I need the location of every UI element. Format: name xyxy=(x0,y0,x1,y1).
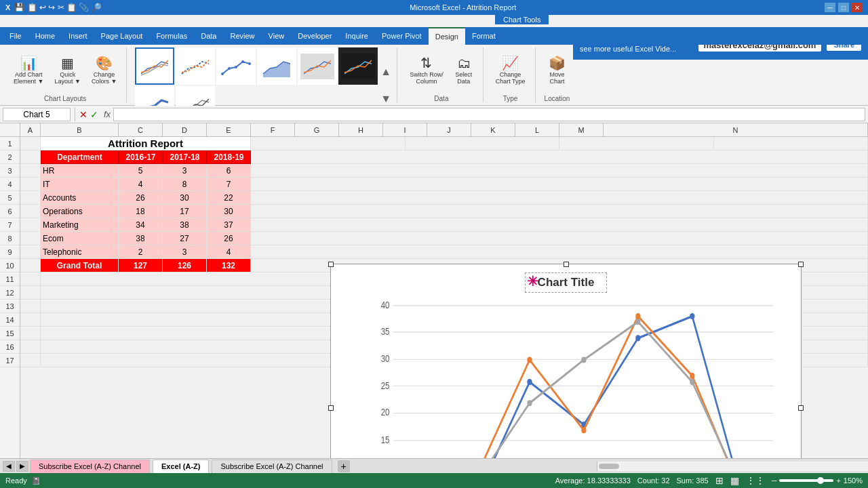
cell-b7[interactable]: Marketing xyxy=(41,218,119,232)
cell-g1[interactable] xyxy=(406,137,560,150)
h-scrollbar[interactable] xyxy=(597,462,868,471)
col-header-l[interactable]: L xyxy=(515,123,559,136)
cell-a4[interactable] xyxy=(20,178,41,191)
cell-b1-title[interactable]: Attrition Report xyxy=(41,137,251,150)
col-header-c[interactable]: C xyxy=(119,123,163,136)
row-num-2[interactable]: 2 xyxy=(0,150,20,164)
col-header-n[interactable]: N xyxy=(604,123,868,136)
cell-c3[interactable]: 5 xyxy=(119,164,163,178)
row-num-16[interactable]: 16 xyxy=(0,340,20,354)
cell-a15[interactable] xyxy=(20,327,41,340)
cell-a5[interactable] xyxy=(20,191,41,205)
cell-e5[interactable]: 22 xyxy=(207,191,251,205)
cell-b2-header[interactable]: Department xyxy=(41,150,119,164)
tab-format[interactable]: Format xyxy=(465,27,502,45)
cell-c10-grand-total[interactable]: 127 xyxy=(119,259,163,272)
cell-d8[interactable]: 27 xyxy=(163,232,207,245)
row-num-11[interactable]: 11 xyxy=(0,272,20,286)
tab-home[interactable]: Home xyxy=(28,27,62,45)
cell-a10[interactable] xyxy=(20,259,41,272)
cell-a13[interactable] xyxy=(20,300,41,313)
cell-c2-header[interactable]: 2016-17 xyxy=(119,150,163,164)
row-num-10[interactable]: 10 xyxy=(0,259,20,272)
chart-style-6[interactable] xyxy=(338,47,378,85)
cell-i1[interactable] xyxy=(714,137,869,150)
quick-layout-button[interactable]: ▦ QuickLayout ▼ xyxy=(50,54,84,87)
row-num-17[interactable]: 17 xyxy=(0,354,20,367)
close-button[interactable]: ✕ xyxy=(852,3,863,12)
row-num-9[interactable]: 9 xyxy=(0,245,20,259)
zoom-in-button[interactable]: + xyxy=(836,476,840,485)
confirm-formula-icon[interactable]: ✓ xyxy=(90,109,98,120)
cell-a7[interactable] xyxy=(20,218,41,232)
chart-style-2[interactable] xyxy=(176,47,215,85)
view-layout-icon[interactable]: ▦ xyxy=(730,475,739,486)
chart-style-3[interactable] xyxy=(216,47,256,85)
col-header-e[interactable]: E xyxy=(207,123,251,136)
cell-e6[interactable]: 30 xyxy=(207,205,251,218)
change-colors-button[interactable]: 🎨 ChangeColors ▼ xyxy=(87,54,121,87)
change-chart-type-button[interactable]: 📈 ChangeChart Type xyxy=(492,54,530,87)
cell-e8[interactable]: 26 xyxy=(207,232,251,245)
chart-styles-scroll-down[interactable]: ▼ xyxy=(380,93,391,105)
cell-a16[interactable] xyxy=(20,340,41,354)
row-num-15[interactable]: 15 xyxy=(0,327,20,340)
sheet-tab-excel[interactable]: Excel (A-Z) xyxy=(153,460,209,473)
cell-rest-r4[interactable] xyxy=(251,178,868,191)
cell-d10-grand-total[interactable]: 126 xyxy=(163,259,207,272)
chart-overlay[interactable]: ✳ Chart Title xyxy=(330,264,802,458)
cell-a11[interactable] xyxy=(20,272,41,286)
cell-c8[interactable]: 38 xyxy=(119,232,163,245)
cell-b6[interactable]: Operations xyxy=(41,205,119,218)
cell-c7[interactable]: 34 xyxy=(119,218,163,232)
tab-review[interactable]: Review xyxy=(223,27,261,45)
cell-a8[interactable] xyxy=(20,232,41,245)
switch-row-col-button[interactable]: ⇅ Switch Row/Column xyxy=(406,54,448,87)
cell-c9[interactable]: 2 xyxy=(119,245,163,259)
tab-data[interactable]: Data xyxy=(194,27,223,45)
tab-developer[interactable]: Developer xyxy=(291,27,338,45)
formula-input[interactable] xyxy=(113,108,865,121)
col-header-a[interactable]: A xyxy=(20,123,41,136)
tab-view[interactable]: View xyxy=(262,27,292,45)
cell-c5[interactable]: 26 xyxy=(119,191,163,205)
chart-title-box[interactable]: ✳ Chart Title xyxy=(525,272,608,293)
cell-rest-r2[interactable] xyxy=(251,150,868,164)
select-data-button[interactable]: 🗂 SelectData xyxy=(450,54,477,87)
col-header-j[interactable]: J xyxy=(427,123,471,136)
cell-d2-header[interactable]: 2017-18 xyxy=(163,150,207,164)
chart-style-1[interactable] xyxy=(135,47,174,85)
cell-b9[interactable]: Telephonic xyxy=(41,245,119,259)
chart-styles-scroll-up[interactable]: ▲ xyxy=(380,66,391,78)
cell-b8[interactable]: Ecom xyxy=(41,232,119,245)
zoom-thumb[interactable] xyxy=(817,477,824,484)
col-header-i[interactable]: I xyxy=(383,123,427,136)
cell-rest-r8[interactable] xyxy=(251,232,868,245)
cell-b10-grand-total[interactable]: Grand Total xyxy=(41,259,119,272)
col-header-k[interactable]: K xyxy=(471,123,515,136)
row-num-5[interactable]: 5 xyxy=(0,191,20,205)
row-num-8[interactable]: 8 xyxy=(0,232,20,245)
cell-d3[interactable]: 3 xyxy=(163,164,207,178)
cell-c4[interactable]: 4 xyxy=(119,178,163,191)
cell-e9[interactable]: 4 xyxy=(207,245,251,259)
tab-file[interactable]: File xyxy=(3,27,28,45)
cell-e10-grand-total[interactable]: 132 xyxy=(207,259,251,272)
cell-d9[interactable]: 3 xyxy=(163,245,207,259)
cell-b5[interactable]: Accounts xyxy=(41,191,119,205)
col-header-b[interactable]: B xyxy=(41,123,119,136)
cell-a1[interactable] xyxy=(20,137,41,150)
sheet-scroll-right[interactable]: ▶ xyxy=(16,461,28,472)
cell-rest-r9[interactable] xyxy=(251,245,868,259)
move-chart-button[interactable]: 📦 MoveChart xyxy=(544,54,571,87)
col-header-g[interactable]: G xyxy=(295,123,339,136)
name-box-input[interactable]: Chart 5 xyxy=(3,108,71,121)
cell-a6[interactable] xyxy=(20,205,41,218)
cell-d4[interactable]: 8 xyxy=(163,178,207,191)
zoom-slider[interactable] xyxy=(779,479,833,482)
cell-e4[interactable]: 7 xyxy=(207,178,251,191)
col-header-m[interactable]: M xyxy=(559,123,604,136)
tab-inquire[interactable]: Inquire xyxy=(338,27,375,45)
cell-e2-header[interactable]: 2018-19 xyxy=(207,150,251,164)
cell-rest-r6[interactable] xyxy=(251,205,868,218)
